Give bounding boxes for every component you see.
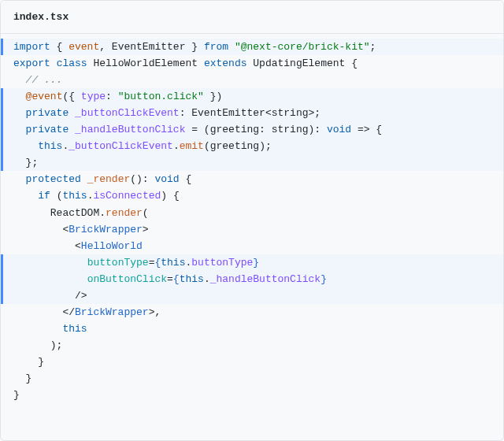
kw-from: from xyxy=(204,41,228,53)
code-line: buttonType={this.buttonType} xyxy=(1,254,503,271)
code-line: protected _render(): void { xyxy=(1,171,503,187)
code-line: } xyxy=(1,387,503,403)
kw-export: export xyxy=(13,57,50,69)
type-ee: EventEmitter xyxy=(191,107,265,119)
code-line: } xyxy=(1,354,503,370)
code-line: export class HelloWorldElement extends U… xyxy=(1,55,503,72)
code-line: ); xyxy=(1,337,503,354)
ident-event-emitter: EventEmitter xyxy=(112,41,186,53)
kw-protected: protected xyxy=(26,173,81,185)
kw-extends: extends xyxy=(204,57,247,69)
str-pkg: "@next-core/brick-kit" xyxy=(235,41,370,53)
code-block: import { event, EventEmitter } from "@ne… xyxy=(1,34,503,408)
kw-if: if xyxy=(38,190,50,202)
code-line: private _buttonClickEvent: EventEmitter<… xyxy=(1,105,503,121)
code-line: @event({ type: "button.click" }) xyxy=(1,88,503,105)
prop-type: type xyxy=(81,91,106,102)
kw-this: this xyxy=(161,257,185,269)
prop-buttontype: buttonType xyxy=(191,257,253,269)
base-class: UpdatingElement xyxy=(253,57,345,69)
kw-private: private xyxy=(26,124,69,135)
code-line: ReactDOM.render( xyxy=(1,205,503,221)
code-line: if (this.isConnected) { xyxy=(1,187,503,204)
code-line: /> xyxy=(1,287,503,304)
tag-brickwrapper: BrickWrapper xyxy=(69,224,143,235)
kw-this: this xyxy=(62,323,87,335)
str-btn: "button.click" xyxy=(118,91,204,102)
ident-reactdom: ReactDOM xyxy=(50,207,99,219)
file-header: index.tsx xyxy=(1,1,503,34)
kw-void: void xyxy=(327,124,351,135)
prop-btn-click: _buttonClickEvent xyxy=(75,107,180,119)
fn-reactdom-render: render xyxy=(106,207,143,219)
prop-handle: _handleButtonClick xyxy=(75,124,185,135)
code-line: </BrickWrapper>, xyxy=(1,304,503,321)
decorator-name: event xyxy=(32,91,62,102)
tag-brickwrapper-close: BrickWrapper xyxy=(75,306,149,318)
prop-isconnected: isConnected xyxy=(93,190,161,202)
code-line: } xyxy=(1,370,503,387)
kw-import: import xyxy=(13,41,50,53)
ident-event: event xyxy=(69,41,99,53)
kw-class: class xyxy=(57,57,87,69)
kw-private: private xyxy=(26,107,69,119)
prop-btn-click: _buttonClickEvent xyxy=(69,140,173,152)
fn-render: _render xyxy=(87,173,131,185)
fn-emit: emit xyxy=(180,140,204,152)
code-line: // ... xyxy=(1,72,503,88)
kw-void: void xyxy=(154,173,179,185)
file-name: index.tsx xyxy=(13,11,69,23)
kw-this: this xyxy=(180,273,204,285)
prop-handle: _handleButtonClick xyxy=(210,273,321,285)
code-line: this xyxy=(1,321,503,337)
param-greeting: greeting xyxy=(210,124,259,135)
code-line: private _handleButtonClick = (greeting: … xyxy=(1,121,503,138)
tag-helloworld: HelloWorld xyxy=(81,240,143,252)
code-line: import { event, EventEmitter } from "@ne… xyxy=(1,39,503,55)
attr-onbuttonclick: onButtonClick xyxy=(87,273,167,285)
code-line: <HelloWorld xyxy=(1,238,503,254)
code-line: <BrickWrapper> xyxy=(1,221,503,238)
class-name: HelloWorldElement xyxy=(93,57,198,69)
attr-buttontype: buttonType xyxy=(87,257,149,269)
kw-this: this xyxy=(38,140,62,152)
arg-greeting: greeting xyxy=(210,140,259,152)
type-string: string xyxy=(272,124,309,135)
type-string: string xyxy=(272,107,309,119)
kw-this: this xyxy=(62,190,87,202)
comment: // ... xyxy=(26,74,63,86)
code-line: }; xyxy=(1,154,503,171)
code-line: this._buttonClickEvent.emit(greeting); xyxy=(1,138,503,154)
code-line: onButtonClick={this._handleButtonClick} xyxy=(1,271,503,287)
